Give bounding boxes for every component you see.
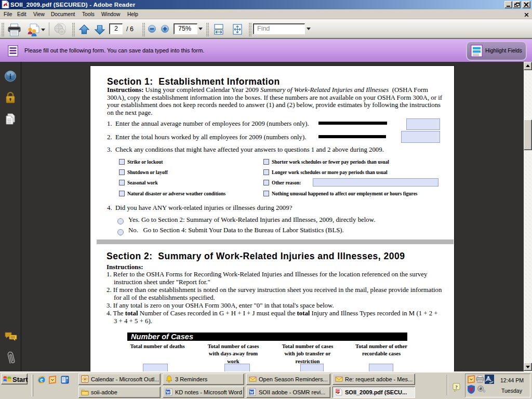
svg-text:i: i — [9, 73, 11, 81]
svg-text:?: ? — [455, 384, 458, 390]
svg-text:W: W — [249, 390, 254, 395]
svg-text:PDF: PDF — [335, 390, 341, 393]
svg-text:W: W — [166, 390, 170, 395]
